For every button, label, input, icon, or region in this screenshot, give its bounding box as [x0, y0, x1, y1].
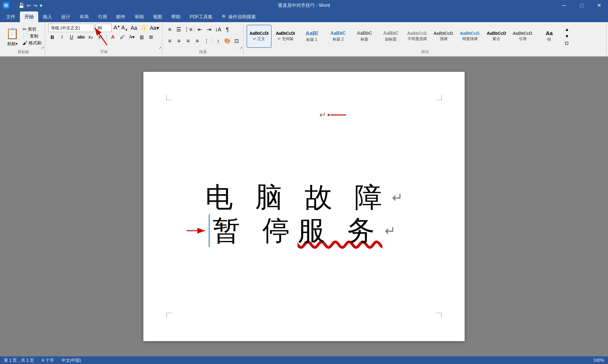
line1-container: 电 脑 故 障 ↵	[205, 181, 403, 214]
style-strong[interactable]: AaBbCcD 要点	[484, 25, 509, 48]
sep3	[212, 38, 213, 44]
font-size-input[interactable]	[96, 24, 112, 32]
decrease-indent-button[interactable]: ⇤	[196, 25, 204, 34]
status-bar: 第 1 页，共 1 页 6 个字 中文(中国) 100%	[0, 356, 608, 364]
align-left-button[interactable]: ≡	[166, 37, 174, 45]
para-row1: ≡ ☰ ⋮≡ ⇤ ⇥ ↕A ¶	[166, 24, 241, 35]
style-strong-preview: AaBbCcD	[487, 31, 506, 36]
redo-icon[interactable]: ↪	[33, 3, 37, 8]
style-title[interactable]: AaBbC 标题	[352, 25, 377, 48]
clipboard-expand-icon[interactable]: ↗	[41, 46, 44, 50]
align-center-button[interactable]: ≡	[175, 37, 183, 45]
font-size-increase-icon[interactable]: A▲	[113, 24, 120, 32]
copy-button[interactable]: 📄 复制	[21, 33, 42, 39]
borders-para-button[interactable]: ⊡	[232, 37, 241, 45]
restore-button[interactable]: □	[573, 0, 590, 11]
increase-indent-button[interactable]: ⇥	[205, 25, 213, 34]
ribbon-tabs: 文件 开始 插入 设计 布局 引用 邮件 审阅 视图 帮助 PDF工具集 🔍 操…	[0, 11, 608, 22]
undo-icon[interactable]: ↩	[27, 3, 31, 8]
sep2	[194, 26, 194, 32]
word-count: 6 个字	[42, 358, 54, 363]
subscript-button[interactable]: x₂	[86, 33, 95, 41]
cut-button[interactable]: ✂ 剪切	[21, 26, 42, 32]
tab-pdf[interactable]: PDF工具集	[185, 11, 217, 22]
cut-icon: ✂	[23, 26, 27, 32]
styles-scroll: ▲ ▼ ⊡	[565, 27, 569, 46]
customize-icon[interactable]: ▾	[40, 3, 42, 8]
format-painter-label: 格式刷	[29, 40, 41, 46]
underline-button[interactable]: U	[67, 33, 76, 41]
clear-format-icon[interactable]: Aa	[130, 24, 138, 32]
italic-button[interactable]: I	[58, 33, 66, 41]
font-expand-icon[interactable]: ↗	[158, 46, 161, 50]
format-painter-button[interactable]: 🖌 格式刷	[21, 40, 42, 46]
sort-button[interactable]: ↕A	[214, 25, 223, 34]
shading-button[interactable]: ▥	[137, 33, 146, 41]
strikethrough-button[interactable]: abc	[77, 33, 85, 41]
separator1	[106, 34, 107, 40]
ribbon: 📋 粘贴 ▾ ✂ 剪切 📄 复制 🖌	[0, 22, 608, 57]
styles-row: AaBbCcDi ↵ 正文 AaBbCcDi ↵ 无间隔 AaBl 标题 1 A…	[247, 24, 604, 49]
styles-down-icon[interactable]: ▼	[565, 34, 569, 39]
style-h1-label: 标题 1	[306, 37, 317, 42]
style-emphasis[interactable]: AaBbCcD. 强调	[431, 25, 456, 48]
return-mark-top: ↵	[319, 110, 326, 120]
style-subtle-emphasis-preview: AaBbCcD.	[407, 31, 428, 36]
close-button[interactable]: ✕	[590, 0, 608, 11]
style-title-preview: AaBbC	[357, 31, 372, 36]
minimize-button[interactable]: ─	[555, 0, 573, 11]
clipboard-content: 📋 粘贴 ▾ ✂ 剪切 📄 复制 🖌	[4, 24, 42, 49]
style-subtitle[interactable]: AaBbC 副标題	[379, 25, 403, 48]
shading-para-button[interactable]: 🎨	[223, 37, 232, 45]
para-expand-icon[interactable]: ↗	[239, 46, 242, 50]
align-right-button[interactable]: ≡	[184, 37, 192, 45]
style-quote[interactable]: AaBbCcD. 引用	[510, 25, 535, 48]
paste-dropdown-icon[interactable]: ▾	[16, 42, 18, 46]
show-formatting-button[interactable]: ¶	[223, 25, 232, 34]
paste-button[interactable]: 📋 粘贴 ▾	[4, 25, 21, 47]
text-effect-icon[interactable]: ✨	[140, 24, 148, 32]
bold-button[interactable]: B	[48, 33, 57, 41]
tab-help[interactable]: 帮助	[167, 11, 185, 22]
tab-home[interactable]: 开始	[20, 11, 38, 22]
highlight-button[interactable]: 🖊	[118, 33, 127, 41]
style-more[interactable]: Aa 明	[537, 25, 562, 48]
change-case-icon[interactable]: Aa▾	[149, 24, 160, 32]
styles-up-icon[interactable]: ▲	[565, 27, 569, 32]
tab-review[interactable]: 审阅	[130, 11, 148, 22]
style-h2-label: 标题 2	[333, 37, 343, 42]
multilevel-list-button[interactable]: ⋮≡	[184, 25, 192, 34]
style-subtle-emphasis[interactable]: AaBbCcD. 不明显强调	[405, 25, 430, 48]
style-no-spacing[interactable]: AaBbCcDi ↵ 无间隔	[273, 25, 298, 48]
tab-layout[interactable]: 布局	[75, 11, 93, 22]
tab-references[interactable]: 引用	[93, 11, 112, 22]
tab-insert[interactable]: 插入	[38, 11, 57, 22]
text-color-button[interactable]: A	[109, 33, 117, 41]
style-h2[interactable]: AaBbC 标题 2	[326, 25, 351, 48]
title-bar-controls: ─ □ ✕	[555, 0, 608, 11]
page: ↵ 电 脑 故 障 ↵	[143, 72, 465, 341]
tab-search[interactable]: 🔍 操作说明搜索	[217, 11, 260, 22]
font-color-button[interactable]: A▾	[128, 33, 136, 41]
style-intense-emphasis[interactable]: AaBbCcD. 明显强调	[458, 25, 483, 48]
bullets-button[interactable]: ≡	[166, 25, 174, 34]
save-icon[interactable]: 💾	[18, 3, 24, 8]
tab-view[interactable]: 视图	[148, 11, 167, 22]
justify-button[interactable]: ≡	[193, 37, 202, 45]
font-name-input[interactable]	[48, 24, 94, 32]
tab-mailings[interactable]: 邮件	[112, 11, 130, 22]
borders-button[interactable]: ⊞	[147, 33, 155, 41]
cut-label: 剪切	[28, 26, 36, 32]
styles-expand-icon[interactable]: ⊡	[565, 40, 569, 46]
tab-design[interactable]: 设计	[57, 11, 75, 22]
distribute-button[interactable]: ⋮	[202, 37, 211, 45]
style-normal[interactable]: AaBbCcDi ↵ 正文	[247, 25, 271, 48]
line-spacing-button[interactable]: ↕	[214, 37, 223, 45]
main-text-block[interactable]: 电 脑 故 障 ↵ 暂	[205, 181, 403, 247]
tab-file[interactable]: 文件	[2, 11, 20, 22]
superscript-button[interactable]: x²	[96, 33, 104, 41]
numbering-button[interactable]: ☰	[175, 25, 183, 34]
font-size-decrease-icon[interactable]: A▼	[121, 24, 128, 32]
return-mark-line2: ↵	[385, 223, 395, 238]
style-h1[interactable]: AaBl 标题 1	[299, 25, 324, 48]
